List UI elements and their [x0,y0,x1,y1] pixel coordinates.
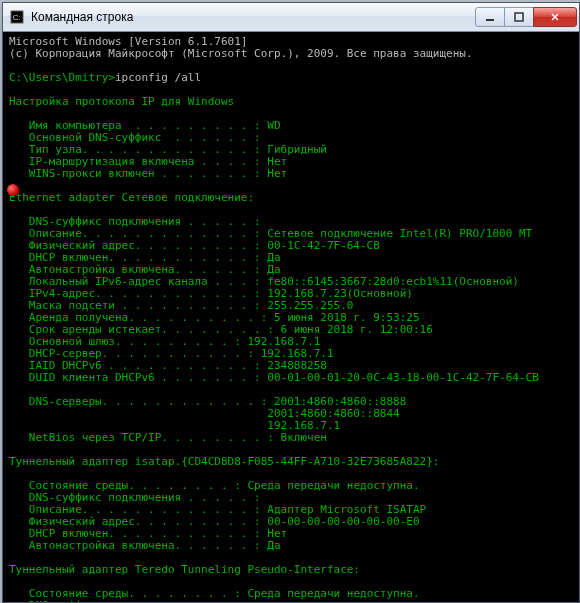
highlight-dot-icon [7,184,19,196]
console-output[interactable]: Microsoft Windows [Version 6.1.7601] (c)… [3,32,579,602]
close-button[interactable] [533,7,577,27]
prompt-path: C:\Users\Dmitry> [9,71,115,84]
isatap-auto-lbl: Автонастройка включена. . . . . . : [9,539,267,552]
teredo-dns-suffix-lbl: DNS-суффикс подключения . . . . . : [9,599,261,602]
output-header: Настройка протокола IP для Windows [9,95,234,108]
eth-title: Ethernet adapter Сетевое подключение: [9,191,254,204]
host-wins-lbl: WINS-прокси включен . . . . . . . : [9,167,267,180]
eth-mac-val: 00-1C-42-7F-64-CB [267,239,380,252]
isatap-auto-val: Да [267,539,280,552]
eth-duid-lbl: DUID клиента DHCPv6 . . . . . . . : [9,371,267,384]
eth-duid-val: 00-01-00-01-20-0C-43-18-00-1C-42-7F-64-C… [267,371,539,384]
svg-text:C:: C: [13,13,21,22]
maximize-icon [514,12,524,22]
minimize-button[interactable] [475,7,505,27]
isatap-title: Туннельный адаптер isatap.{CD4CD8D8-F085… [9,455,439,468]
maximize-button[interactable] [504,7,534,27]
titlebar[interactable]: C: Командная строка [3,3,579,32]
cmd-icon: C: [9,9,25,25]
prompt-command: ipconfig /all [115,71,201,84]
teredo-title: Туннельный адаптер Teredo Tunneling Pseu… [9,563,360,576]
close-icon [550,12,560,22]
cmd-window: C: Командная строка Microsoft Windows [V… [2,2,580,603]
eth-netbios-lbl: NetBios через TCP/IP. . . . . . . . : [9,431,281,444]
svg-rect-2 [486,19,494,21]
isatap-state-val: Среда передачи недоступна. [247,479,419,492]
banner-line2: (c) Корпорация Майкрософт (Microsoft Cor… [9,47,473,60]
window-title: Командная строка [31,10,476,24]
isatap-mac-val: 00-00-00-00-00-00-00-E0 [267,515,419,528]
minimize-icon [485,12,495,22]
host-wins-val: Нет [267,167,287,180]
window-buttons [476,7,577,27]
host-name-val: WD [267,119,280,132]
eth-netbios-val: Включен [281,431,327,444]
teredo-state-val: Среда передачи недоступна. [247,587,419,600]
svg-rect-3 [515,13,523,21]
